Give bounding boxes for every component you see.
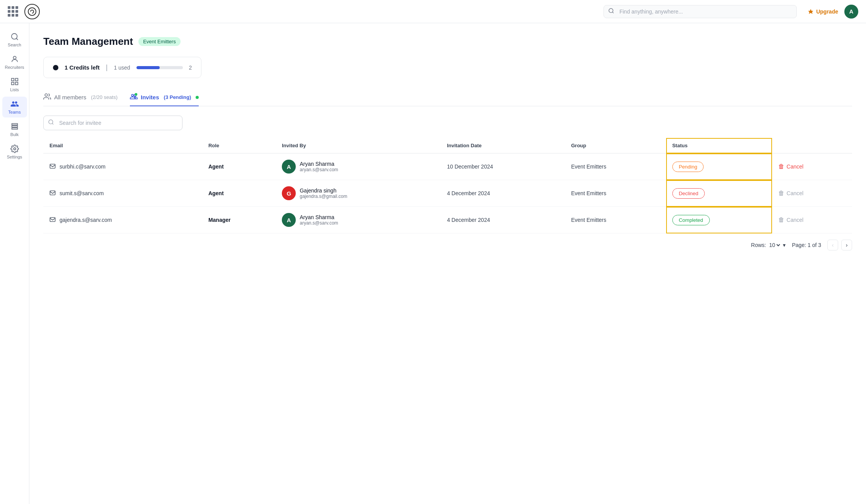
- email-icon: [49, 190, 56, 197]
- app-layout: Search Recruiters Lists Teams Bulk Setti…: [0, 0, 866, 504]
- svg-rect-11: [12, 128, 17, 129]
- cancel-button[interactable]: 🗑 Cancel: [778, 216, 804, 223]
- group-text: Event Emitters: [565, 153, 666, 180]
- page-nav: ‹ ›: [827, 240, 852, 250]
- search-invitee-icon: [48, 119, 54, 127]
- email-text: surbhi.c@sarv.com: [60, 163, 106, 170]
- user-avatar[interactable]: A: [844, 5, 858, 19]
- next-page-button[interactable]: ›: [841, 240, 852, 250]
- invites-table: Email Role Invited By Invitation Date Gr…: [43, 138, 852, 233]
- team-badge: Event Emitters: [138, 37, 181, 46]
- cancel-button[interactable]: 🗑 Cancel: [778, 190, 804, 197]
- tab-invites[interactable]: Invites (3 Pending): [130, 89, 199, 106]
- svg-point-1: [609, 9, 613, 13]
- invites-tab-icon: [130, 93, 138, 102]
- topbar-logo[interactable]: [24, 4, 40, 19]
- sidebar-item-teams[interactable]: Teams: [2, 97, 27, 117]
- svg-point-14: [135, 93, 138, 96]
- pagination: Rows: 10 20 50 ▾ Page: 1 of 3 ‹ ›: [43, 233, 852, 250]
- credits-divider: |: [106, 63, 108, 72]
- svg-rect-18: [50, 217, 55, 221]
- svg-point-3: [11, 34, 17, 39]
- invitation-date: 4 December 2024: [441, 207, 565, 233]
- table-header: Email Role Invited By Invitation Date Gr…: [43, 138, 852, 153]
- col-group: Group: [565, 138, 666, 153]
- cancel-button[interactable]: 🗑 Cancel: [778, 163, 804, 170]
- table-row: sumit.s@sarv.comAgentGGajendra singhgaje…: [43, 180, 852, 207]
- sidebar-item-bulk[interactable]: Bulk: [2, 119, 27, 140]
- svg-rect-8: [15, 82, 17, 85]
- credits-card: 1 Credits left | 1 used 2: [43, 57, 201, 78]
- svg-marker-2: [808, 9, 813, 14]
- sidebar-item-settings[interactable]: Settings: [2, 141, 27, 162]
- credits-max: 2: [189, 65, 192, 71]
- page-indicator: Page: 1 of 3: [792, 242, 821, 248]
- inviter-email: gajendra.s@gmail.com: [300, 194, 347, 199]
- svg-rect-7: [11, 82, 14, 85]
- sidebar-item-lists[interactable]: Lists: [2, 74, 27, 95]
- pending-dot: [196, 96, 199, 99]
- upgrade-button[interactable]: Upgrade: [808, 9, 838, 15]
- topbar-right: Upgrade A: [808, 5, 858, 19]
- role-text: Agent: [208, 163, 224, 170]
- email-text: gajendra.s@sarv.com: [60, 217, 112, 223]
- group-text: Event Emitters: [565, 180, 666, 207]
- email-icon: [49, 163, 56, 170]
- group-text: Event Emitters: [565, 207, 666, 233]
- invitation-date: 10 December 2024: [441, 153, 565, 180]
- email-text: sumit.s@sarv.com: [60, 190, 104, 196]
- credits-progress-bar: [136, 66, 183, 69]
- inviter-email: aryan.s@sarv.com: [300, 167, 338, 172]
- rows-select-container: Rows: 10 20 50 ▾: [751, 242, 786, 249]
- svg-rect-5: [11, 78, 14, 81]
- search-invitee-container: [43, 116, 182, 130]
- svg-rect-17: [50, 191, 55, 195]
- status-badge: Declined: [672, 188, 705, 199]
- col-role: Role: [202, 138, 276, 153]
- members-tab-icon: [43, 93, 51, 102]
- grid-icon[interactable]: [8, 6, 18, 17]
- col-invited-by: Invited By: [276, 138, 441, 153]
- inviter-email: aryan.s@sarv.com: [300, 220, 338, 226]
- bulk-icon: [10, 122, 19, 131]
- role-text: Agent: [208, 190, 224, 196]
- sidebar-item-recruiters[interactable]: Recruiters: [2, 52, 27, 73]
- tab-all-members[interactable]: All members (2/20 seats): [43, 89, 118, 106]
- credits-dot: [53, 65, 58, 70]
- credits-used: 1 used: [114, 65, 130, 71]
- inviter-name: Aryan Sharma: [300, 214, 338, 220]
- search-invitee-input[interactable]: [43, 116, 182, 130]
- col-action: [772, 138, 852, 153]
- recruiters-icon: [10, 55, 19, 63]
- global-search-bar: [603, 5, 797, 18]
- email-icon: [49, 216, 56, 224]
- svg-point-12: [14, 148, 16, 150]
- sidebar-item-search[interactable]: Search: [2, 29, 27, 50]
- col-email: Email: [43, 138, 202, 153]
- page-header: Team Management Event Emitters: [43, 36, 852, 48]
- svg-rect-10: [12, 126, 17, 127]
- svg-rect-6: [15, 78, 17, 81]
- svg-point-13: [45, 94, 48, 97]
- rows-per-page-select[interactable]: 10 20 50: [767, 242, 781, 249]
- teams-icon: [10, 100, 19, 108]
- search-icon: [10, 32, 19, 41]
- lists-icon: [10, 77, 19, 86]
- trash-icon: 🗑: [778, 216, 784, 223]
- prev-page-button[interactable]: ‹: [827, 240, 838, 250]
- svg-point-0: [28, 8, 36, 15]
- page-title: Team Management: [43, 36, 133, 48]
- inviter-name: Gajendra singh: [300, 187, 347, 194]
- invitation-date: 4 December 2024: [441, 180, 565, 207]
- search-icon: [608, 8, 614, 15]
- global-search-input[interactable]: [603, 5, 797, 18]
- status-badge: Completed: [672, 215, 710, 225]
- svg-rect-9: [12, 124, 17, 125]
- inviter-avatar: A: [282, 160, 296, 174]
- credits-progress-fill: [136, 66, 160, 69]
- role-text: Manager: [208, 217, 231, 223]
- credits-left: 1 Credits left: [65, 64, 100, 71]
- table-row: surbhi.c@sarv.comAgentAAryan Sharmaaryan…: [43, 153, 852, 180]
- trash-icon: 🗑: [778, 163, 784, 170]
- table-body: surbhi.c@sarv.comAgentAAryan Sharmaaryan…: [43, 153, 852, 233]
